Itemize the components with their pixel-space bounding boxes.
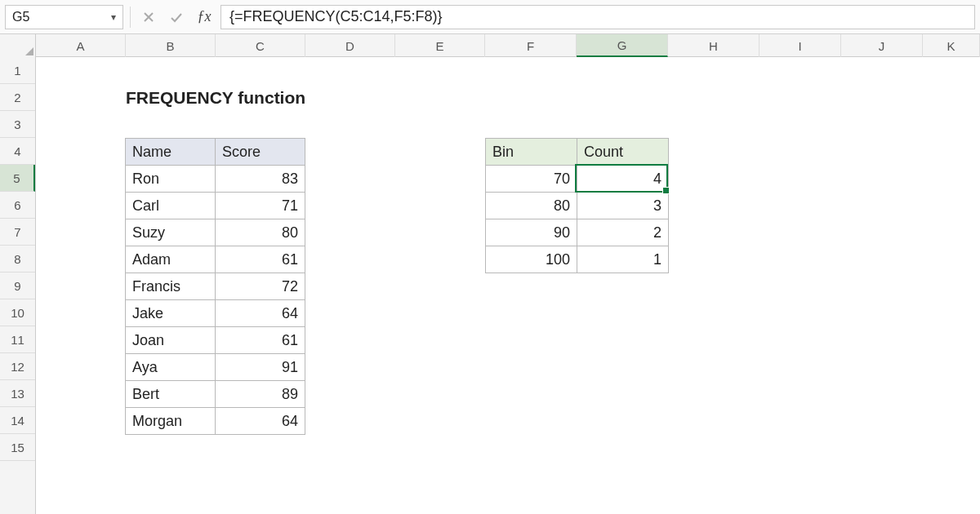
col-header-H[interactable]: H xyxy=(668,34,760,57)
insert-function-button[interactable]: ƒx xyxy=(193,6,216,29)
col-header-C[interactable]: C xyxy=(216,34,305,57)
table-row: Francis72 xyxy=(126,273,305,300)
table-row: Suzy80 xyxy=(126,219,305,246)
table-row: Morgan64 xyxy=(126,408,305,435)
check-icon xyxy=(170,11,183,23)
score-cell[interactable]: 64 xyxy=(216,300,305,327)
row-header-6[interactable]: 6 xyxy=(0,192,35,219)
worksheet: ABCDEFGHIJK 123456789101112131415 FREQUE… xyxy=(0,34,980,514)
x-icon xyxy=(143,11,154,23)
freq-header-bin: Bin xyxy=(486,139,577,166)
score-cell[interactable]: 61 xyxy=(216,246,305,273)
name-box[interactable]: G5 ▾ xyxy=(5,5,123,29)
name-cell[interactable]: Suzy xyxy=(126,219,216,246)
count-cell[interactable]: 3 xyxy=(577,193,669,219)
page-title: FREQUENCY function xyxy=(126,88,305,108)
row-header-4[interactable]: 4 xyxy=(0,138,35,165)
formula-text: {=FREQUENCY(C5:C14,F5:F8)} xyxy=(229,8,443,25)
col-header-J[interactable]: J xyxy=(841,34,923,57)
row-headers: 123456789101112131415 xyxy=(0,57,36,514)
row-header-3[interactable]: 3 xyxy=(0,111,35,138)
chevron-down-icon[interactable]: ▾ xyxy=(111,11,116,23)
bin-cell[interactable]: 70 xyxy=(486,166,577,193)
table-row: Carl71 xyxy=(126,193,305,219)
name-cell[interactable]: Joan xyxy=(126,327,216,354)
score-cell[interactable]: 91 xyxy=(216,354,305,381)
table-row: Jake64 xyxy=(126,300,305,327)
table-row: Ron83 xyxy=(126,166,305,193)
table-row: 1001 xyxy=(486,246,669,273)
name-cell[interactable]: Carl xyxy=(126,193,216,219)
col-header-A[interactable]: A xyxy=(36,34,126,57)
row-header-15[interactable]: 15 xyxy=(0,434,35,461)
formula-input[interactable]: {=FREQUENCY(C5:C14,F5:F8)} xyxy=(220,5,975,29)
name-cell[interactable]: Adam xyxy=(126,246,216,273)
table-row: 704 xyxy=(486,166,669,193)
row-header-8[interactable]: 8 xyxy=(0,246,35,273)
row-header-14[interactable]: 14 xyxy=(0,407,35,434)
select-all-corner[interactable] xyxy=(0,34,36,57)
bin-cell[interactable]: 100 xyxy=(486,246,577,273)
table-row: 803 xyxy=(486,193,669,219)
row-header-5[interactable]: 5 xyxy=(0,165,35,192)
row-header-2[interactable]: 2 xyxy=(0,84,35,111)
count-cell[interactable]: 2 xyxy=(577,219,669,246)
row-header-9[interactable]: 9 xyxy=(0,273,35,299)
table-row: Aya91 xyxy=(126,354,305,381)
table-row: Bert89 xyxy=(126,381,305,408)
name-cell[interactable]: Francis xyxy=(126,273,216,300)
divider xyxy=(130,7,131,28)
cells-area[interactable]: FREQUENCY function Name Score Ron83Carl7… xyxy=(36,57,980,514)
col-header-G[interactable]: G xyxy=(577,34,668,57)
col-header-I[interactable]: I xyxy=(760,34,841,57)
bin-cell[interactable]: 90 xyxy=(486,219,577,246)
name-cell[interactable]: Jake xyxy=(126,300,216,327)
col-header-F[interactable]: F xyxy=(485,34,577,57)
row-header-7[interactable]: 7 xyxy=(0,219,35,246)
row-header-13[interactable]: 13 xyxy=(0,380,35,407)
row-header-11[interactable]: 11 xyxy=(0,326,35,353)
cancel-formula-button[interactable] xyxy=(137,6,160,29)
formula-bar: G5 ▾ ƒx {=FREQUENCY(C5:C14,F5:F8)} xyxy=(0,0,980,34)
col-header-D[interactable]: D xyxy=(305,34,395,57)
scores-header-name: Name xyxy=(126,139,216,166)
col-header-B[interactable]: B xyxy=(126,34,216,57)
count-cell[interactable]: 1 xyxy=(577,246,669,273)
bin-cell[interactable]: 80 xyxy=(486,193,577,219)
enter-formula-button[interactable] xyxy=(165,6,188,29)
column-headers: ABCDEFGHIJK xyxy=(0,34,980,57)
row-header-12[interactable]: 12 xyxy=(0,353,35,380)
name-cell[interactable]: Aya xyxy=(126,354,216,381)
name-cell[interactable]: Ron xyxy=(126,166,216,193)
score-cell[interactable]: 80 xyxy=(216,219,305,246)
name-cell[interactable]: Bert xyxy=(126,381,216,408)
table-row: 902 xyxy=(486,219,669,246)
table-row: Joan61 xyxy=(126,327,305,354)
score-cell[interactable]: 83 xyxy=(216,166,305,193)
score-cell[interactable]: 89 xyxy=(216,381,305,408)
row-header-1[interactable]: 1 xyxy=(0,57,35,84)
name-cell[interactable]: Morgan xyxy=(126,408,216,435)
score-cell[interactable]: 72 xyxy=(216,273,305,300)
grid-body: 123456789101112131415 FREQUENCY function… xyxy=(0,57,980,514)
scores-table: Name Score Ron83Carl71Suzy80Adam61Franci… xyxy=(125,138,305,435)
score-cell[interactable]: 71 xyxy=(216,193,305,219)
score-cell[interactable]: 61 xyxy=(216,327,305,354)
frequency-table: Bin Count 7048039021001 xyxy=(485,138,669,273)
row-header-10[interactable]: 10 xyxy=(0,299,35,326)
name-box-value: G5 xyxy=(12,10,29,24)
freq-header-count: Count xyxy=(577,139,669,166)
col-header-E[interactable]: E xyxy=(395,34,485,57)
scores-header-score: Score xyxy=(216,139,305,166)
score-cell[interactable]: 64 xyxy=(216,408,305,435)
col-header-K[interactable]: K xyxy=(923,34,980,57)
overlay: FREQUENCY function Name Score Ron83Carl7… xyxy=(36,57,980,514)
count-cell[interactable]: 4 xyxy=(577,166,669,193)
table-row: Adam61 xyxy=(126,246,305,273)
